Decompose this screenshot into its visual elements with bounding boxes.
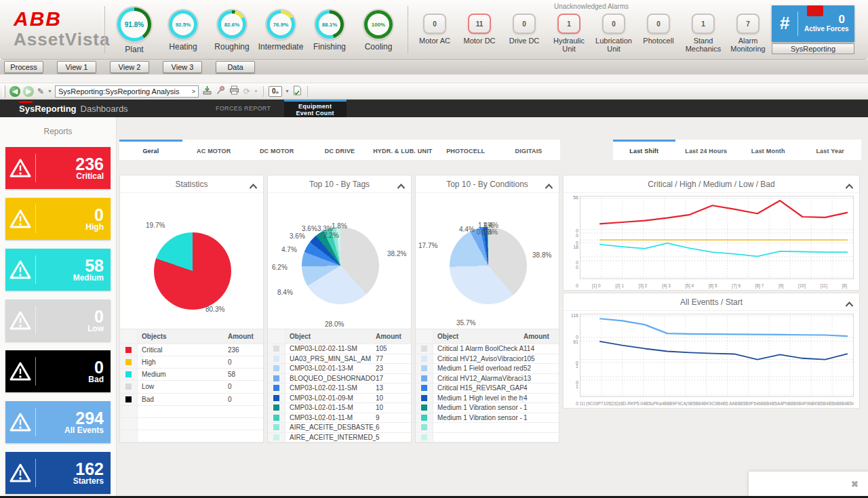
table-row[interactable]: Medium 1 Vibration sensor - NDE (Non Dr … (416, 413, 559, 423)
tab-digitais[interactable]: DIGITAIS (497, 140, 560, 160)
close-icon[interactable]: ✖ (851, 479, 868, 489)
view-tab-button[interactable]: View 1 (57, 61, 96, 73)
table-row[interactable]: Critical HV12_AlarmaVibracion BoolCheck1… (416, 374, 559, 384)
tab-photocell[interactable]: PHOTOCELL (434, 140, 497, 160)
report-badge[interactable]: 236 Critical (5, 147, 111, 189)
tab-last-24-hours[interactable]: Last 24 Hours (675, 140, 738, 160)
tab-equipment-event-count[interactable]: Equipment Event Count (284, 100, 347, 117)
refresh-icon[interactable]: ⟳ (243, 87, 251, 96)
tab-ac-motor[interactable]: AC MOTOR (182, 140, 245, 160)
tab-hydr-lub-unit[interactable]: HYDR. & LUB. UNIT (371, 140, 434, 160)
table-row[interactable]: Critical 1 Alarm BoolCheck AV Asset Moni… (416, 344, 559, 354)
x-axis-label: [3] 2 (639, 283, 648, 288)
all-events-start-panel: All Eventts / Start [1] (9C03P7105[2]Q(8… (563, 293, 860, 409)
alarm-counter[interactable]: 0 Drive DC (502, 14, 547, 53)
gauge[interactable]: 82.6% Roughing (212, 5, 252, 51)
table-row[interactable]: CMP03-L02-01-11-M 9 (268, 413, 411, 423)
sysreporting-button[interactable]: SysReporting (772, 43, 854, 54)
collapse-chevron-icon[interactable] (249, 180, 258, 192)
chevron-down-icon[interactable]: ▼ (254, 89, 258, 94)
table-row[interactable]: Critical 236 (120, 344, 263, 356)
pie-percent-label: 38.8% (532, 251, 551, 259)
alarm-counter[interactable]: 1 Stand Mechanics (681, 14, 726, 53)
gauge[interactable]: 92.5% Heating (163, 5, 203, 51)
view-tab-button[interactable]: View 3 (163, 61, 202, 73)
table-row[interactable] (416, 433, 559, 443)
pin-icon[interactable] (216, 85, 226, 97)
edit-icon[interactable]: ✎ (37, 87, 45, 96)
collapse-chevron-icon[interactable] (545, 180, 553, 192)
chevron-down-icon[interactable]: ▼ (47, 89, 52, 94)
tab-dc-drive[interactable]: DC DRIVE (309, 140, 372, 160)
import-icon[interactable] (201, 85, 213, 97)
table-row[interactable]: AIRE_ACEITE_INTERMED_AM 5 (268, 433, 411, 443)
tab-forces-report[interactable]: FORCES REPORT (203, 100, 284, 117)
export-report-icon[interactable] (292, 85, 302, 98)
table-row[interactable]: Medium 58 (120, 369, 263, 381)
back-button[interactable]: ◀ (9, 86, 20, 97)
table-row[interactable]: Critical HV12_AvisoVibracion BoolCheck16… (416, 354, 559, 365)
alarm-counter[interactable]: 1 Hydraulic Unit (547, 14, 591, 53)
gauge[interactable]: 76.9% Intermediate (261, 5, 300, 51)
analysis-combobox[interactable]: SysReporting:SysReporting Analysis ˃ (55, 85, 199, 98)
table-row[interactable]: CMP03-L02-02-11-SM 105 (268, 344, 411, 354)
tab-last-shift[interactable]: Last Shift (613, 140, 675, 160)
table-row[interactable]: AIRE_ACEITE_DESBASTE_AM 6 (268, 423, 411, 433)
gauge[interactable]: 91.8% Plant (115, 5, 154, 54)
alarm-counter[interactable]: 0 Motor AC (412, 14, 457, 53)
print-icon[interactable] (229, 85, 240, 97)
table-row[interactable]: High 0 (120, 356, 263, 369)
collapse-chevron-icon[interactable] (845, 298, 854, 310)
alarm-counter[interactable]: 7 Alarm Monitoring (726, 14, 770, 53)
table-row[interactable] (120, 418, 263, 430)
pie-percent-label: 4.4% (459, 226, 475, 233)
chevron-down-icon[interactable]: ▼ (285, 89, 290, 94)
view-tab-button[interactable]: View 2 (110, 61, 149, 73)
report-badge[interactable]: 0 Low (5, 299, 111, 341)
window-control-red[interactable] (807, 5, 823, 16)
alarm-counter[interactable]: 11 Motor DC (457, 14, 502, 53)
tab-geral[interactable]: Geral (119, 140, 182, 160)
report-badge[interactable]: 0 Bad (5, 350, 111, 392)
report-badge[interactable]: 162 Starters (5, 452, 111, 494)
view-tab-button[interactable]: Process (4, 61, 43, 73)
legend-swatch (421, 404, 427, 411)
table-row[interactable]: Medium 1 High level in the hydraulic uni… (416, 394, 559, 404)
collapse-chevron-icon[interactable] (845, 180, 854, 192)
collapse-chevron-icon[interactable] (397, 180, 406, 192)
reports-sidebar: Reports 236 Critical (0, 117, 117, 496)
tab-dc-motor[interactable]: DC MOTOR (245, 140, 309, 160)
table-row[interactable]: BLOQUEO_DESHORNADORA_AM 17 (268, 374, 411, 384)
report-badge[interactable]: 58 Medium (5, 249, 111, 291)
table-row[interactable] (120, 406, 263, 418)
table-row[interactable]: CMP03-L02-01-09-M 10 (268, 394, 411, 404)
view-tab-button[interactable]: Data (216, 61, 255, 73)
report-badge[interactable]: 0 High (5, 198, 111, 240)
alarm-counter[interactable]: 0 Photocell (636, 14, 681, 53)
numeric-display-toggle[interactable]: 0₀ (269, 86, 282, 97)
forward-button[interactable]: ▶ (23, 86, 34, 97)
gauge[interactable]: 100% Cooling (359, 5, 398, 51)
table-row[interactable] (120, 430, 263, 442)
legend-swatch (421, 356, 427, 362)
divider (263, 86, 264, 97)
toolbar-grip[interactable] (3, 85, 5, 98)
alarm-counter[interactable]: 0 Lubrication Unit (591, 14, 636, 53)
sidebar-title: Reports (0, 123, 116, 143)
table-row[interactable]: Medium 1 Vibration sensor - NDE (Non Dr … (416, 403, 559, 413)
x-axis-label: [9] (778, 283, 783, 288)
table-row[interactable]: Low 0 (120, 381, 263, 393)
table-row[interactable]: CMP03-L02-01-15-M 10 (268, 403, 411, 413)
table-row[interactable] (416, 423, 559, 433)
report-badge[interactable]: 294 All Events (5, 401, 111, 443)
table-row[interactable]: CMP03-L02-01-13-M 23 (268, 364, 411, 374)
tab-last-year[interactable]: Last Year (800, 140, 862, 160)
table-row[interactable]: UA03_PRS_MIN_SAL_AM 77 (268, 354, 411, 365)
gauge[interactable]: 88.1% Finishing (310, 5, 349, 51)
table-row[interactable]: Medium 1 Field overload reducing lifetim… (416, 364, 559, 374)
tab-last-month[interactable]: Last Month (737, 140, 800, 160)
table-row[interactable]: Critical H15_REVISAR_GAP BoolCheck16 A 4 (416, 383, 559, 394)
table-row[interactable]: CMP03-L02-02-11-SM 13 (268, 383, 411, 394)
legend-swatch (125, 359, 132, 365)
table-row[interactable]: Bad 0 (120, 394, 263, 406)
